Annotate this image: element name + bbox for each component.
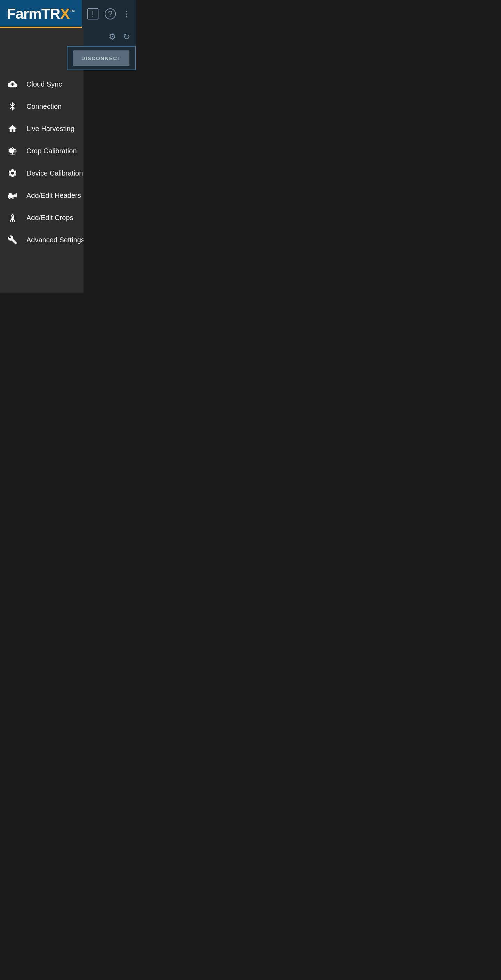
sidebar-label-add-edit-crops: Add/Edit Crops: [26, 214, 73, 222]
bluetooth-icon: [7, 102, 18, 111]
refresh-icon[interactable]: ↻: [123, 32, 130, 42]
right-panel: [83, 70, 136, 293]
home-icon: [7, 124, 18, 134]
main-layout: Cloud Sync Connection Live Harvesting: [0, 70, 136, 293]
sidebar-item-device-calibration[interactable]: Device Calibration: [0, 162, 83, 184]
sidebar-label-cloud-sync: Cloud Sync: [26, 80, 62, 88]
svg-point-4: [9, 197, 11, 199]
svg-rect-3: [9, 193, 12, 195]
scale-icon: [7, 146, 18, 156]
settings-icon[interactable]: ⚙: [108, 32, 116, 42]
cloud-upload-icon: [7, 79, 18, 89]
sidebar-item-add-edit-crops[interactable]: Add/Edit Crops: [0, 207, 83, 229]
disconnect-button[interactable]: DISCONNECT: [73, 51, 129, 66]
sidebar: Cloud Sync Connection Live Harvesting: [0, 70, 83, 293]
sidebar-item-live-harvesting[interactable]: Live Harvesting: [0, 118, 83, 140]
sidebar-item-connection[interactable]: Connection: [0, 95, 83, 118]
help-icon[interactable]: ?: [105, 8, 116, 19]
alert-icon[interactable]: !: [87, 8, 99, 19]
gear-icon: [7, 168, 18, 178]
sidebar-label-advanced-settings: Advanced Settings: [26, 236, 85, 244]
second-bar-left: [0, 28, 83, 46]
sidebar-item-add-edit-headers[interactable]: Add/Edit Headers: [0, 184, 83, 207]
header-actions: ! ? ⋮: [82, 0, 136, 28]
svg-rect-1: [10, 154, 14, 154]
logo-area: FarmTRX™: [0, 0, 82, 28]
wheat-icon: [7, 213, 18, 223]
sidebar-item-cloud-sync[interactable]: Cloud Sync: [0, 73, 83, 95]
sidebar-label-live-harvesting: Live Harvesting: [26, 125, 75, 133]
toolbar-right: ⚙ ↻: [83, 28, 136, 46]
disconnect-area: DISCONNECT: [67, 46, 136, 70]
more-icon[interactable]: ⋮: [122, 9, 131, 19]
top-bar: FarmTRX™ ! ? ⋮: [0, 0, 136, 28]
logo: FarmTRX™: [7, 6, 75, 21]
svg-rect-9: [16, 193, 16, 197]
third-bar: DISCONNECT: [0, 46, 136, 70]
sidebar-label-connection: Connection: [26, 103, 62, 111]
harvester-icon: [7, 191, 18, 200]
sidebar-item-advanced-settings[interactable]: Advanced Settings: [0, 229, 83, 251]
svg-point-5: [12, 197, 14, 199]
wrench-icon: [7, 235, 18, 245]
sidebar-label-device-calibration: Device Calibration: [26, 169, 83, 177]
sidebar-label-crop-calibration: Crop Calibration: [26, 147, 77, 155]
second-bar: ⚙ ↻: [0, 28, 136, 46]
sidebar-label-add-edit-headers: Add/Edit Headers: [26, 192, 81, 200]
sidebar-item-crop-calibration[interactable]: Crop Calibration: [0, 140, 83, 162]
third-bar-left: [0, 46, 67, 70]
